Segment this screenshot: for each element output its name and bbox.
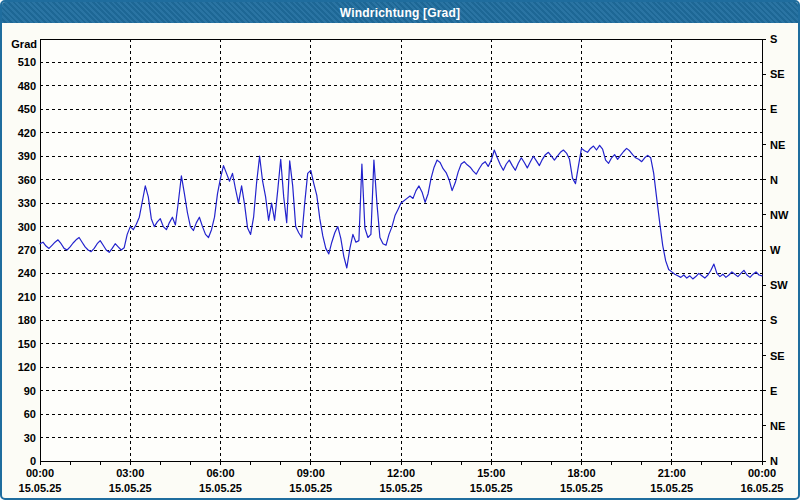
x-date-label: 15.05.25 — [199, 482, 242, 494]
compass-tick-label: SE — [770, 68, 785, 80]
x-date-label: 15.05.25 — [109, 482, 152, 494]
x-date-label: 15.05.25 — [289, 482, 332, 494]
compass-tick-label: N — [770, 455, 778, 467]
x-date-label: 15.05.25 — [19, 482, 62, 494]
y-tick-label: 60 — [24, 408, 36, 420]
x-date-label: 16.05.25 — [741, 482, 784, 494]
x-time-label: 00:00 — [26, 467, 54, 479]
compass-tick-label: NE — [770, 420, 785, 432]
left-axis-title: Grad — [11, 38, 37, 50]
x-date-label: 15.05.25 — [650, 482, 693, 494]
compass-tick-label: W — [770, 244, 781, 256]
y-tick-label: 180 — [18, 314, 36, 326]
compass-tick-label: SE — [770, 350, 785, 362]
y-tick-label: 120 — [18, 361, 36, 373]
x-time-label: 21:00 — [658, 467, 686, 479]
chart-window: Windrichtung [Grad] Grad0306090120150180… — [0, 0, 800, 500]
y-tick-label: 90 — [24, 385, 36, 397]
x-axis-labels: 00:0015.05.2503:0015.05.2506:0015.05.250… — [19, 467, 784, 494]
right-axis-labels: SSEENENNWWSWSSEENEN — [762, 33, 789, 467]
y-tick-label: 390 — [18, 150, 36, 162]
y-tick-label: 0 — [30, 455, 36, 467]
window-titlebar: Windrichtung [Grad] — [2, 2, 798, 23]
y-tick-label: 420 — [18, 127, 36, 139]
wind-direction-chart: Grad030609012015018021024027030033036039… — [2, 23, 798, 498]
y-tick-label: 480 — [18, 80, 36, 92]
y-tick-label: 330 — [18, 197, 36, 209]
x-time-label: 18:00 — [567, 467, 595, 479]
x-time-label: 03:00 — [116, 467, 144, 479]
compass-tick-label: NE — [770, 139, 785, 151]
y-tick-label: 210 — [18, 291, 36, 303]
compass-tick-label: SW — [770, 279, 788, 291]
x-date-label: 15.05.25 — [470, 482, 513, 494]
compass-tick-label: S — [770, 33, 777, 45]
x-time-label: 15:00 — [477, 467, 505, 479]
x-time-label: 06:00 — [206, 467, 234, 479]
compass-tick-label: S — [770, 314, 777, 326]
x-date-label: 15.05.25 — [560, 482, 603, 494]
x-minor-ticks — [40, 461, 762, 465]
x-date-label: 15.05.25 — [380, 482, 423, 494]
y-tick-label: 510 — [18, 56, 36, 68]
x-time-label: 12:00 — [387, 467, 415, 479]
y-tick-label: 360 — [18, 174, 36, 186]
compass-tick-label: N — [770, 174, 778, 186]
y-tick-label: 450 — [18, 103, 36, 115]
x-time-label: 09:00 — [297, 467, 325, 479]
left-axis-labels: Grad030609012015018021024027030033036039… — [11, 38, 37, 467]
y-tick-label: 300 — [18, 221, 36, 233]
y-tick-label: 30 — [24, 432, 36, 444]
y-tick-label: 240 — [18, 267, 36, 279]
window-title: Windrichtung [Grad] — [340, 6, 460, 20]
compass-tick-label: E — [770, 385, 777, 397]
compass-tick-label: NW — [770, 209, 789, 221]
y-tick-label: 270 — [18, 244, 36, 256]
compass-tick-label: E — [770, 103, 777, 115]
x-time-label: 00:00 — [748, 467, 776, 479]
y-tick-label: 150 — [18, 338, 36, 350]
